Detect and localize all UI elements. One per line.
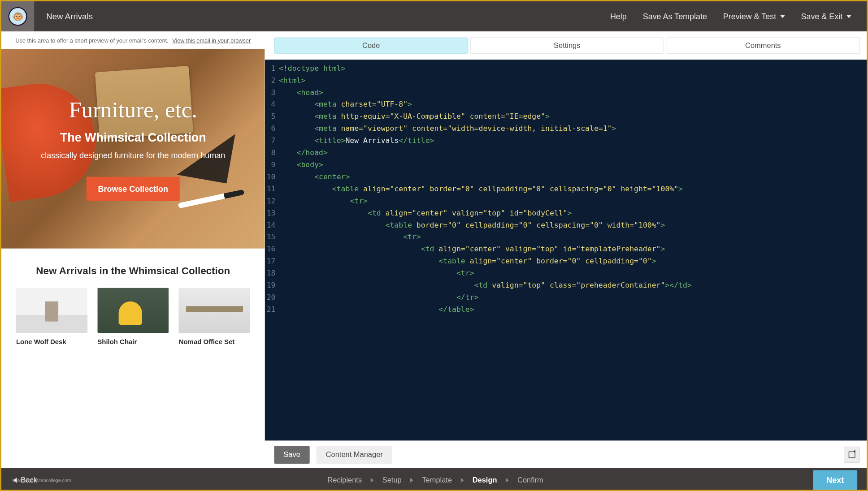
- code-text[interactable]: <table align="center" border="0" cellpad…: [279, 183, 683, 195]
- code-text[interactable]: </tr>: [279, 291, 479, 303]
- hero-brand: Furniture, etc.: [69, 97, 197, 123]
- code-line[interactable]: 11 <table align="center" border="0" cell…: [265, 183, 868, 195]
- product-card[interactable]: Shiloh Chair: [97, 288, 169, 346]
- back-button[interactable]: Back: [13, 476, 37, 484]
- code-line[interactable]: 6 <meta name="viewport" content="width=d…: [265, 123, 868, 135]
- code-line[interactable]: 17 <table align="center" border="0" cell…: [265, 255, 868, 267]
- line-number: 6: [265, 123, 279, 135]
- code-line[interactable]: 2<html>: [265, 74, 868, 86]
- content-manager-button[interactable]: Content Manager: [317, 446, 392, 464]
- code-text[interactable]: <!doctype html>: [279, 62, 346, 74]
- code-line[interactable]: 8 </head>: [265, 146, 868, 159]
- code-line[interactable]: 15 <tr>: [265, 231, 868, 243]
- help-link[interactable]: Help: [610, 12, 627, 21]
- code-text[interactable]: <meta http-equiv="X-UA-Compatible" conte…: [279, 111, 550, 123]
- brand-logo[interactable]: 🐵: [1, 1, 34, 31]
- hero-subtext: classically designed furniture for the m…: [41, 151, 225, 160]
- wizard-step-confirm[interactable]: Confirm: [517, 476, 543, 484]
- chevron-right-icon: [506, 478, 509, 482]
- code-line[interactable]: 9 <body>: [265, 159, 868, 171]
- wizard-steps: RecipientsSetupTemplateDesignConfirm: [327, 476, 543, 484]
- line-number: 14: [265, 219, 279, 231]
- code-line[interactable]: 5 <meta http-equiv="X-UA-Compatible" con…: [265, 111, 868, 123]
- hero-section[interactable]: Furniture, etc. The Whimsical Collection…: [1, 49, 265, 249]
- editor-tabs: Code Settings Comments: [265, 31, 868, 60]
- chevron-right-icon: [371, 478, 374, 482]
- code-text[interactable]: <table align="center" border="0" cellpad…: [279, 255, 656, 267]
- tab-comments[interactable]: Comments: [666, 38, 860, 54]
- line-number: 19: [265, 279, 279, 291]
- code-text[interactable]: <td align="center" valign="top" id="temp…: [279, 243, 665, 255]
- code-text[interactable]: <td align="center" valign="top" id="body…: [279, 207, 572, 219]
- product-name: Lone Wolf Desk: [16, 338, 87, 346]
- line-number: 17: [265, 255, 279, 267]
- code-text[interactable]: <table border="0" cellpadding="0" cellsp…: [279, 219, 665, 231]
- wizard-step-setup[interactable]: Setup: [382, 476, 402, 484]
- code-text[interactable]: <meta name="viewport" content="width=dev…: [279, 123, 616, 135]
- line-number: 3: [265, 86, 279, 99]
- code-text[interactable]: <head>: [279, 86, 323, 99]
- expand-editor-button[interactable]: [844, 447, 860, 463]
- code-line[interactable]: 7 <title>New Arrivals</title>: [265, 135, 868, 147]
- tab-code[interactable]: Code: [274, 38, 468, 54]
- preheader-row: Use this area to offer a short preview o…: [1, 31, 265, 49]
- expand-icon: [849, 451, 855, 458]
- line-number: 20: [265, 291, 279, 303]
- view-in-browser-link[interactable]: View this email in your browser: [172, 38, 251, 44]
- save-button[interactable]: Save: [274, 446, 309, 464]
- next-button[interactable]: Next: [813, 470, 857, 491]
- code-line[interactable]: 18 <tr>: [265, 267, 868, 280]
- email-preview-panel: Use this area to offer a short preview o…: [1, 31, 265, 468]
- line-number: 4: [265, 99, 279, 111]
- chevron-down-icon: [780, 15, 785, 18]
- code-text[interactable]: <html>: [279, 74, 305, 86]
- product-card[interactable]: Lone Wolf Desk: [16, 288, 87, 346]
- code-line[interactable]: 16 <td align="center" valign="top" id="t…: [265, 243, 868, 255]
- tab-settings[interactable]: Settings: [470, 38, 664, 54]
- code-text[interactable]: <title>New Arrivals</title>: [279, 135, 434, 147]
- product-card[interactable]: Nomad Office Set: [179, 288, 250, 346]
- product-name: Shiloh Chair: [97, 338, 169, 346]
- code-line[interactable]: 3 <head>: [265, 86, 868, 99]
- wizard-step-recipients[interactable]: Recipients: [327, 476, 362, 484]
- code-text[interactable]: <meta charset="UTF-8">: [279, 99, 412, 111]
- code-text[interactable]: <td valign="top" class="preheaderContain…: [279, 279, 692, 291]
- code-editor[interactable]: 1<!doctype html>2<html>3 <head>4 <meta c…: [265, 60, 868, 441]
- code-text[interactable]: <tr>: [279, 267, 474, 280]
- new-arrivals-section[interactable]: New Arrivals in the Whimsical Collection…: [1, 249, 265, 346]
- code-line[interactable]: 12 <tr>: [265, 195, 868, 207]
- code-line[interactable]: 21 </table>: [265, 303, 868, 315]
- hero-headline: The Whimsical Collection: [60, 130, 206, 144]
- line-number: 5: [265, 111, 279, 123]
- code-text[interactable]: </table>: [279, 303, 474, 315]
- code-text[interactable]: <tr>: [279, 195, 368, 207]
- wizard-step-design[interactable]: Design: [473, 476, 497, 484]
- code-line[interactable]: 1<!doctype html>: [265, 62, 868, 74]
- chevron-left-icon: [13, 478, 17, 483]
- line-number: 18: [265, 267, 279, 280]
- code-line[interactable]: 19 <td valign="top" class="preheaderCont…: [265, 279, 868, 291]
- chevron-right-icon: [460, 478, 464, 482]
- line-number: 9: [265, 159, 279, 171]
- wizard-step-template[interactable]: Template: [422, 476, 452, 484]
- product-image: [16, 288, 87, 333]
- code-text[interactable]: <center>: [279, 171, 350, 183]
- code-line[interactable]: 20 </tr>: [265, 291, 868, 303]
- save-and-exit-menu[interactable]: Save & Exit: [801, 12, 851, 21]
- code-text[interactable]: <body>: [279, 159, 323, 171]
- product-image: [179, 288, 250, 333]
- save-as-template-link[interactable]: Save As Template: [643, 12, 707, 21]
- code-editor-panel: Code Settings Comments 1<!doctype html>2…: [265, 31, 868, 468]
- preheader-hint[interactable]: Use this area to offer a short preview o…: [15, 38, 168, 44]
- chevron-right-icon: [410, 478, 413, 482]
- preview-and-test-menu[interactable]: Preview & Test: [723, 12, 785, 21]
- code-text[interactable]: </head>: [279, 146, 328, 159]
- code-line[interactable]: 13 <td align="center" valign="top" id="b…: [265, 207, 868, 219]
- code-line[interactable]: 14 <table border="0" cellpadding="0" cel…: [265, 219, 868, 231]
- browse-collection-button[interactable]: Browse Collection: [87, 177, 179, 201]
- code-text[interactable]: <tr>: [279, 231, 421, 243]
- wizard-footer: www.hbchristiancollege.com Back Recipien…: [1, 468, 868, 491]
- code-line[interactable]: 4 <meta charset="UTF-8">: [265, 99, 868, 111]
- product-image: [97, 288, 169, 333]
- code-line[interactable]: 10 <center>: [265, 171, 868, 183]
